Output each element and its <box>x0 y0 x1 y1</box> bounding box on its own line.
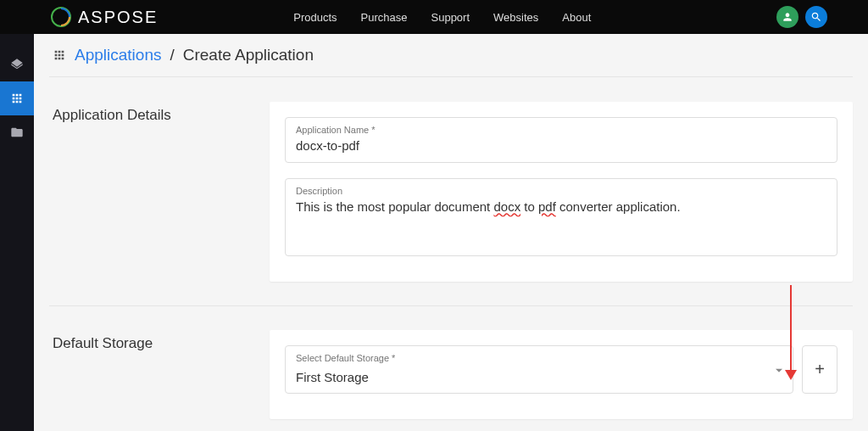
logo[interactable]: ASPOSE <box>51 7 158 27</box>
app-details-card: Application Name * Description This is t… <box>270 102 853 282</box>
logo-swirl-icon <box>51 7 71 27</box>
sidebar <box>0 34 34 431</box>
application-name-field[interactable]: Application Name * <box>285 117 837 163</box>
logo-text: ASPOSE <box>78 8 158 27</box>
nav-support[interactable]: Support <box>431 11 470 24</box>
plus-icon: + <box>815 360 825 379</box>
nav-websites[interactable]: Websites <box>493 11 538 24</box>
description-label: Description <box>296 186 826 196</box>
add-storage-button[interactable]: + <box>802 345 837 394</box>
section-application-details: Application Details Application Name * D… <box>49 77 853 282</box>
user-icon[interactable] <box>776 6 798 28</box>
nav-menu: Products Purchase Support Websites About <box>293 11 591 24</box>
search-icon[interactable] <box>805 6 827 28</box>
breadcrumb-link-applications[interactable]: Applications <box>75 46 161 64</box>
sidebar-item-apps[interactable] <box>0 81 34 115</box>
main-content: Applications / Create Application Applic… <box>34 34 868 431</box>
section-title-app-details: Application Details <box>49 102 270 282</box>
chevron-down-icon <box>776 368 782 372</box>
sidebar-item-folder[interactable] <box>0 115 34 149</box>
nav-products[interactable]: Products <box>293 11 337 24</box>
storage-select-value: First Storage <box>296 367 782 384</box>
section-default-storage: Default Storage Select Default Storage *… <box>49 305 853 419</box>
section-title-default-storage: Default Storage <box>49 330 270 419</box>
nav-purchase[interactable]: Purchase <box>361 11 408 24</box>
layers-icon <box>10 58 24 71</box>
spellcheck-docx: docx <box>493 199 520 214</box>
apps-icon <box>10 92 24 105</box>
storage-card: Select Default Storage * First Storage + <box>270 330 853 419</box>
description-textarea[interactable]: This is the most popular document docx t… <box>296 199 826 247</box>
header-actions <box>776 6 827 28</box>
default-storage-select[interactable]: Select Default Storage * First Storage <box>285 345 793 394</box>
nav-about[interactable]: About <box>562 11 591 24</box>
breadcrumb-apps-icon <box>53 48 66 62</box>
storage-select-label: Select Default Storage * <box>296 353 782 363</box>
top-header: ASPOSE Products Purchase Support Website… <box>0 0 868 34</box>
breadcrumb: Applications / Create Application <box>49 34 853 77</box>
sidebar-item-layers[interactable] <box>0 48 34 81</box>
breadcrumb-separator: / <box>170 46 174 64</box>
application-name-input[interactable] <box>296 138 826 153</box>
breadcrumb-current: Create Application <box>183 46 314 64</box>
application-name-label: Application Name * <box>296 125 826 135</box>
spellcheck-pdf: pdf <box>538 199 556 214</box>
folder-icon <box>10 126 24 139</box>
description-field[interactable]: Description This is the most popular doc… <box>285 178 837 256</box>
